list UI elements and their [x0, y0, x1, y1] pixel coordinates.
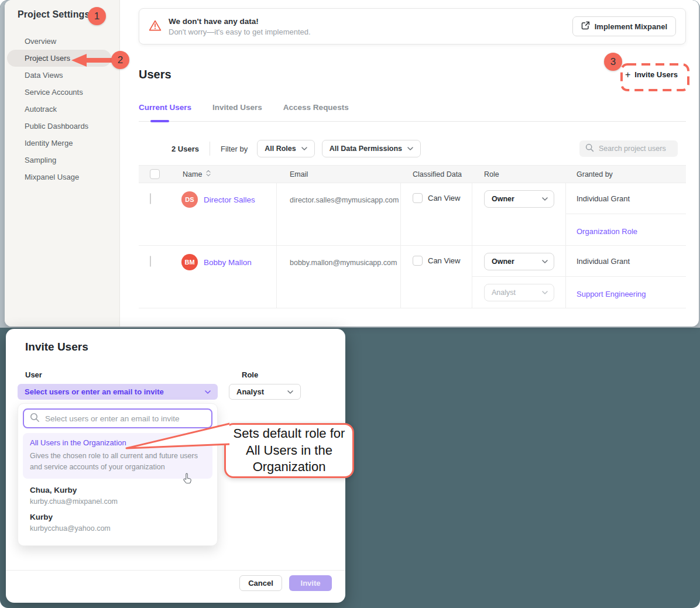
role-select-value: Analyst [236, 387, 264, 396]
can-view-checkbox[interactable] [413, 193, 423, 203]
callout-tail [121, 421, 229, 460]
cancel-button[interactable]: Cancel [239, 575, 282, 591]
can-view-label: Can View [428, 256, 460, 265]
granted-by-value: Individual Grant [566, 183, 686, 214]
sidebar-item-overview[interactable]: Overview [7, 33, 111, 50]
organization-role-link[interactable]: Organization Role [577, 227, 637, 236]
modal-footer-divider [6, 570, 345, 571]
users-table: Name Email Classified Data Role Granted … [139, 165, 686, 308]
email-cell: bobby.mallon@mymusicapp.com [277, 246, 401, 308]
active-tab-indicator [150, 120, 169, 122]
sidebar-item-mixpanel-usage[interactable]: Mixpanel Usage [7, 169, 111, 186]
step-1-badge: 1 [88, 7, 106, 25]
permissions-filter-label: All Data Permissions [330, 145, 402, 153]
role-select-disabled: Analyst [484, 284, 554, 301]
granted-by-cell: Individual Grant Support Engineering [566, 246, 686, 308]
sidebar-item-service-accounts[interactable]: Service Accounts [7, 84, 111, 101]
external-link-icon [581, 21, 590, 32]
sort-icon[interactable] [206, 170, 211, 178]
header-cell-role: Role [472, 170, 566, 178]
row-checkbox[interactable] [150, 193, 151, 204]
chevron-down-icon [205, 390, 211, 394]
header-cell-checkbox [139, 169, 170, 179]
banner-title: We don't have any data! [169, 17, 311, 26]
row-checkbox-cell [139, 246, 170, 308]
granted-by-value: Individual Grant [566, 246, 686, 276]
tab-access-requests[interactable]: Access Requests [283, 103, 349, 112]
settings-main-panel: We don't have any data! Don't worry—it's… [120, 0, 699, 327]
chevron-down-icon [542, 197, 548, 201]
can-view-checkbox[interactable] [413, 256, 423, 266]
header-cell-granted-by: Granted by [566, 170, 686, 178]
role-cell: Owner Analyst [472, 246, 566, 308]
page-title: Users [139, 68, 171, 81]
row-checkbox[interactable] [150, 256, 151, 267]
support-engineering-link[interactable]: Support Engineering [577, 290, 646, 298]
email-cell: director.salles@mymusicapp.com [277, 183, 401, 245]
role-field-label: Role [242, 370, 258, 379]
name-cell: BM Bobby Mallon [170, 246, 277, 308]
chevron-down-icon [542, 291, 548, 294]
name-column-label: Name [183, 170, 202, 178]
search-icon [585, 143, 594, 154]
screenshot-root: Project Settings Overview Project Users … [0, 0, 700, 608]
invite-submit-button[interactable]: Invite [289, 575, 332, 591]
banner-subtitle: Don't worry—it's easy to get implemented… [169, 28, 311, 36]
role-select[interactable]: Owner [484, 253, 554, 270]
tab-invited-users[interactable]: Invited Users [212, 103, 262, 112]
callout-bubble: Sets default role for All Users in the O… [224, 423, 354, 478]
tabs-divider [139, 121, 686, 122]
chevron-down-icon [542, 260, 548, 263]
chevron-down-icon [301, 147, 307, 150]
modal-title: Invite Users [25, 341, 88, 353]
filter-row: 2 Users Filter by All Roles All Data Per… [139, 140, 686, 157]
chevron-down-icon [407, 147, 413, 150]
tab-current-users[interactable]: Current Users [139, 103, 191, 112]
sidebar-item-autotrack[interactable]: Autotrack [7, 101, 111, 118]
sidebar-item-data-views[interactable]: Data Views [7, 67, 111, 84]
step-3-badge: 3 [604, 53, 622, 71]
role-select-value: Owner [492, 257, 514, 266]
user-name-link[interactable]: Bobby Mallon [204, 258, 252, 267]
users-header: Users + Invite Users [139, 68, 686, 81]
granted-by-cell: Individual Grant Organization Role [566, 183, 686, 245]
warning-icon [149, 19, 162, 34]
sidebar-item-public-dashboards[interactable]: Public Dashboards [7, 118, 111, 135]
option-user[interactable]: Kurby kurbycchua@yahoo.com [18, 506, 217, 533]
role-select-dropdown[interactable]: Analyst [229, 384, 301, 400]
filter-by-label: Filter by [221, 145, 248, 153]
search-icon [30, 413, 40, 425]
user-field-label: User [25, 370, 42, 379]
annotation-arrow-left-icon [71, 54, 117, 69]
implement-mixpanel-button[interactable]: Implement Mixpanel [572, 16, 676, 36]
row-checkbox-cell [139, 183, 170, 245]
step-2-badge: 2 [111, 51, 129, 69]
table-row: DS Director Salles director.salles@mymus… [139, 183, 686, 246]
table-header-row: Name Email Classified Data Role Granted … [139, 165, 686, 183]
search-project-users-input[interactable] [599, 145, 672, 153]
users-tabs: Current Users Invited Users Access Reque… [139, 103, 686, 112]
role-select[interactable]: Owner [484, 190, 554, 208]
permissions-filter-dropdown[interactable]: All Data Permissions [322, 140, 421, 157]
roles-filter-dropdown[interactable]: All Roles [257, 140, 315, 157]
role-select-value: Owner [492, 195, 514, 203]
option-user-name: Kurby [30, 513, 217, 521]
role-select-value: Analyst [492, 288, 516, 297]
banner-texts: We don't have any data! Don't worry—it's… [169, 17, 311, 36]
user-name-link[interactable]: Director Salles [204, 195, 255, 204]
chevron-down-icon [287, 390, 293, 394]
sidebar-item-identity-merge[interactable]: Identity Merge [7, 135, 111, 152]
user-select-value: Select users or enter an email to invite [25, 387, 164, 396]
vertical-divider [210, 142, 210, 156]
name-cell: DS Director Salles [170, 183, 277, 245]
classified-data-cell: Can View [401, 246, 472, 308]
user-count: 2 Users [171, 145, 199, 153]
user-select-dropdown[interactable]: Select users or enter an email to invite [18, 384, 218, 400]
select-all-checkbox[interactable] [150, 169, 160, 179]
table-row: BM Bobby Mallon bobby.mallon@mymusicapp.… [139, 246, 686, 308]
search-project-users-box [579, 140, 678, 157]
sidebar-item-sampling[interactable]: Sampling [7, 152, 111, 169]
project-settings-window: Project Settings Overview Project Users … [5, 0, 699, 327]
option-user-email: kurby.chua@mixpanel.com [30, 497, 217, 506]
avatar: BM [181, 254, 198, 270]
